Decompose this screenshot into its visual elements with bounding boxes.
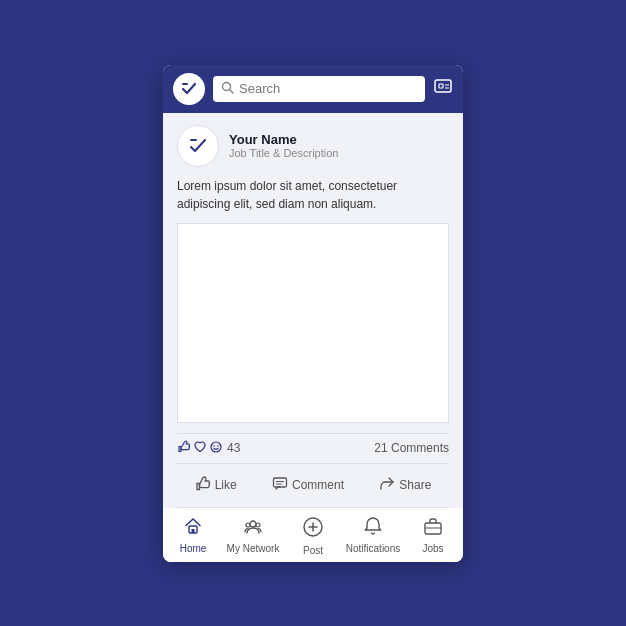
svg-point-18 — [256, 523, 260, 527]
jobs-icon — [423, 516, 443, 541]
comment-label: Comment — [292, 478, 344, 492]
bottom-nav: Home My Network — [163, 508, 463, 562]
comment-button[interactable]: Comment — [264, 472, 352, 499]
share-icon — [379, 476, 395, 495]
svg-rect-15 — [192, 529, 195, 533]
svg-point-10 — [217, 445, 218, 446]
svg-rect-11 — [273, 478, 286, 487]
svg-rect-4 — [439, 84, 443, 88]
like-button[interactable]: Like — [187, 472, 245, 499]
comments-count: 21 Comments — [374, 441, 449, 455]
nav-jobs-label: Jobs — [422, 543, 443, 554]
user-title: Job Title & Description — [229, 147, 338, 159]
nav-network[interactable]: My Network — [223, 516, 283, 556]
post-header: Your Name Job Title & Description — [177, 125, 449, 167]
search-bar[interactable] — [213, 76, 425, 102]
post-stats: 43 21 Comments — [177, 433, 449, 464]
share-label: Share — [399, 478, 431, 492]
search-icon — [221, 81, 234, 97]
like-label: Like — [215, 478, 237, 492]
post-text: Lorem ipsum dolor sit amet, consectetuer… — [177, 177, 449, 213]
avatar-icon — [187, 133, 209, 159]
reactions: 43 — [177, 440, 240, 457]
reaction-icons — [177, 440, 223, 457]
network-icon — [243, 516, 263, 541]
nav-notifications-label: Notifications — [346, 543, 400, 554]
svg-point-17 — [246, 523, 250, 527]
svg-point-16 — [250, 521, 256, 527]
like-icon — [195, 476, 211, 495]
post-icon — [302, 516, 324, 543]
home-icon — [183, 516, 203, 541]
logo — [173, 73, 205, 105]
share-button[interactable]: Share — [371, 472, 439, 499]
nav-jobs[interactable]: Jobs — [403, 516, 463, 556]
post-user-info: Your Name Job Title & Description — [229, 132, 338, 159]
comment-icon — [272, 476, 288, 495]
svg-point-9 — [213, 445, 214, 446]
post-card: Your Name Job Title & Description Lorem … — [163, 113, 463, 508]
svg-line-2 — [230, 89, 234, 93]
thumbup-icon — [177, 440, 191, 457]
avatar — [177, 125, 219, 167]
nav-home[interactable]: Home — [163, 516, 223, 556]
reaction-count: 43 — [227, 441, 240, 455]
user-name: Your Name — [229, 132, 338, 147]
search-input[interactable] — [239, 81, 417, 96]
bell-icon — [363, 516, 383, 541]
nav-notifications[interactable]: Notifications — [343, 516, 403, 556]
post-actions: Like Comment — [177, 464, 449, 508]
nav-home-label: Home — [180, 543, 207, 554]
phone-frame: Your Name Job Title & Description Lorem … — [163, 65, 463, 562]
smiley-icon — [209, 440, 223, 457]
svg-point-8 — [211, 442, 221, 452]
heart-icon — [193, 440, 207, 457]
nav-post-label: Post — [303, 545, 323, 556]
message-icon[interactable] — [433, 77, 453, 101]
top-bar — [163, 65, 463, 113]
logo-icon — [180, 79, 198, 99]
post-image — [177, 223, 449, 423]
nav-network-label: My Network — [227, 543, 280, 554]
nav-post[interactable]: Post — [283, 516, 343, 556]
